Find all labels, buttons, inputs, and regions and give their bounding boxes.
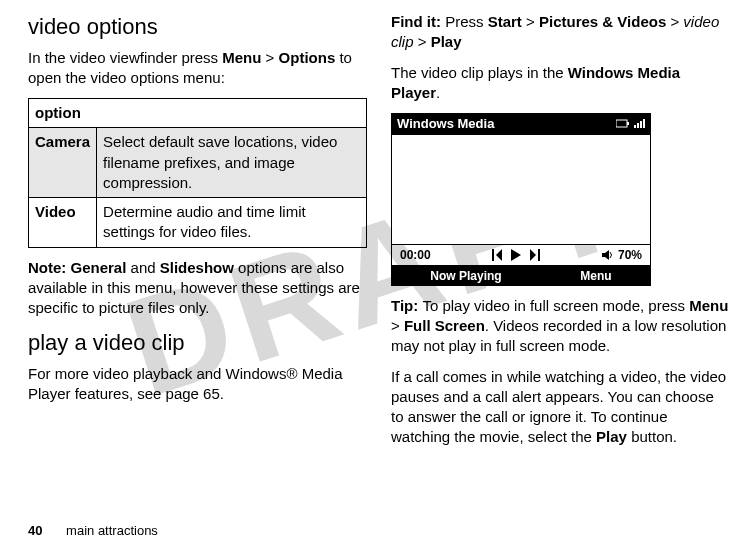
- text: To play video in full screen mode, press: [422, 297, 689, 314]
- intro-paragraph: In the video viewfinder press Menu > Opt…: [28, 48, 367, 89]
- table-row: Video Determine audio and time limit set…: [29, 198, 367, 248]
- page-footer: 40 main attractions: [28, 523, 158, 538]
- findit-label: Find it:: [391, 13, 445, 30]
- left-column: video options In the video viewfinder pr…: [28, 12, 367, 498]
- note-paragraph: Note: General and Slideshow options are …: [28, 258, 367, 319]
- volume-group: 70%: [602, 247, 642, 263]
- text: The video clip plays in the: [391, 64, 568, 81]
- start-label: Start: [488, 13, 522, 30]
- menu-label: Menu: [689, 297, 728, 314]
- svg-rect-5: [643, 119, 645, 128]
- svg-rect-2: [634, 125, 636, 128]
- option-label: Video: [29, 198, 97, 248]
- text: .: [436, 84, 440, 101]
- phone-video-area: [391, 135, 651, 245]
- phone-softkeys: Now Playing Menu: [391, 266, 651, 286]
- options-table: option Camera Select default save locati…: [28, 98, 367, 248]
- svg-rect-1: [627, 122, 629, 125]
- options-label: Options: [279, 49, 336, 66]
- phone-titlebar: Windows Media: [391, 113, 651, 135]
- text: >: [522, 13, 539, 30]
- option-label: Camera: [29, 128, 97, 198]
- speaker-icon[interactable]: [602, 250, 614, 260]
- play-button-label: Play: [596, 428, 627, 445]
- play-label: Play: [431, 33, 462, 50]
- playback-buttons: [490, 249, 542, 261]
- heading-play-clip: play a video clip: [28, 328, 367, 358]
- right-column: Find it: Press Start > Pictures & Videos…: [391, 12, 730, 498]
- page-number: 40: [28, 523, 42, 538]
- table-header-row: option: [29, 99, 367, 128]
- text: and: [126, 259, 159, 276]
- slideshow-label: Slideshow: [160, 259, 234, 276]
- findit-paragraph: Find it: Press Start > Pictures & Videos…: [391, 12, 730, 53]
- text: >: [261, 49, 278, 66]
- page-content: video options In the video viewfinder pr…: [0, 0, 754, 510]
- phone-mockup: Windows Media 00:00 70%: [391, 113, 651, 286]
- playback-time: 00:00: [400, 247, 431, 263]
- table-row: Camera Select default save locations, vi…: [29, 128, 367, 198]
- svg-marker-6: [496, 249, 502, 261]
- battery-icon: [616, 119, 630, 128]
- tip-label: Tip:: [391, 297, 422, 314]
- svg-rect-0: [616, 120, 627, 127]
- svg-marker-9: [530, 249, 536, 261]
- prev-icon[interactable]: [490, 249, 504, 261]
- call-paragraph: If a call comes in while watching a vide…: [391, 367, 730, 448]
- svg-rect-10: [538, 249, 540, 261]
- plays-paragraph: The video clip plays in the Windows Medi…: [391, 63, 730, 104]
- table-header: option: [29, 99, 367, 128]
- playback-paragraph: For more video playback and Windows® Med…: [28, 364, 367, 405]
- heading-video-options: video options: [28, 12, 367, 42]
- status-icons: [616, 119, 645, 128]
- phone-title: Windows Media: [397, 115, 494, 133]
- tip-paragraph: Tip: To play video in full screen mode, …: [391, 296, 730, 357]
- svg-rect-4: [640, 121, 642, 128]
- play-icon[interactable]: [510, 249, 522, 261]
- volume-level: 70%: [618, 247, 642, 263]
- next-icon[interactable]: [528, 249, 542, 261]
- text: In the video viewfinder press: [28, 49, 222, 66]
- signal-icon: [634, 119, 645, 128]
- softkey-right[interactable]: Menu: [580, 268, 611, 284]
- svg-marker-8: [511, 249, 521, 261]
- softkey-left[interactable]: Now Playing: [430, 268, 501, 284]
- svg-rect-7: [492, 249, 494, 261]
- option-desc: Determine audio and time limit settings …: [97, 198, 367, 248]
- pictures-videos-label: Pictures & Videos: [539, 13, 666, 30]
- text: Press: [445, 13, 488, 30]
- svg-marker-11: [602, 250, 609, 260]
- section-name: main attractions: [66, 523, 158, 538]
- text: >: [666, 13, 683, 30]
- svg-rect-3: [637, 123, 639, 128]
- text: button.: [627, 428, 677, 445]
- text: >: [391, 317, 404, 334]
- note-label: Note:: [28, 259, 71, 276]
- fullscreen-label: Full Screen: [404, 317, 485, 334]
- option-desc: Select default save locations, video fil…: [97, 128, 367, 198]
- general-label: General: [71, 259, 127, 276]
- menu-label: Menu: [222, 49, 261, 66]
- text: >: [414, 33, 431, 50]
- phone-controls: 00:00 70%: [391, 245, 651, 266]
